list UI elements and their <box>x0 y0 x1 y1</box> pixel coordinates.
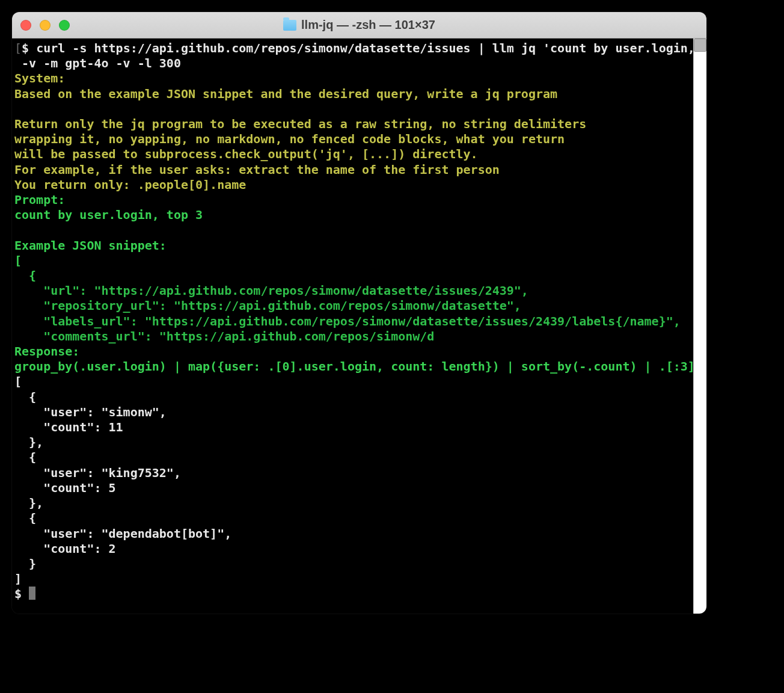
titlebar[interactable]: llm-jq — -zsh — 101×37 <box>12 12 706 38</box>
system-body-4: will be passed to subprocess.check_outpu… <box>14 147 478 161</box>
output-l9: }, <box>14 496 43 510</box>
terminal-window: llm-jq — -zsh — 101×37 [$ curl -s https:… <box>12 12 706 614</box>
scrollbar-thumb-icon[interactable] <box>694 38 706 52</box>
example-l1: [ <box>14 253 22 268</box>
system-label: System: <box>14 71 65 85</box>
final-prompt: $ <box>14 587 29 601</box>
traffic-lights <box>20 20 70 31</box>
output-l5: }, <box>14 435 43 449</box>
system-body-5: For example, if the user asks: extract t… <box>14 162 500 177</box>
output-l1: [ <box>14 374 22 389</box>
command-line-1: curl -s https://api.github.com/repos/sim… <box>29 41 693 55</box>
cursor-icon <box>29 587 35 600</box>
output-l8: "count": 5 <box>14 481 116 495</box>
window-title: llm-jq — -zsh — 101×37 <box>301 18 435 32</box>
title-wrap: llm-jq — -zsh — 101×37 <box>12 18 706 32</box>
prompt-body: count by user.login, top 3 <box>14 208 203 222</box>
system-body-1: Based on the example JSON snippet and th… <box>14 87 557 101</box>
output-l6: { <box>14 450 36 464</box>
command-line-2: -v -m gpt-4o -v -l 300 <box>14 56 181 70</box>
output-l4: "count": 11 <box>14 420 123 434</box>
prompt-label: Prompt: <box>14 192 65 207</box>
system-body-3: wrapping it, no yapping, no markdown, no… <box>14 132 565 146</box>
example-l2: { <box>14 268 36 283</box>
bracket-open: [ <box>14 41 22 55</box>
example-l3: "url": "https://api.github.com/repos/sim… <box>14 283 528 298</box>
example-l6: "comments_url": "https://api.github.com/… <box>14 329 434 343</box>
example-l4: "repository_url": "https://api.github.co… <box>14 298 521 313</box>
response-label: Response: <box>14 344 79 359</box>
output-l2: { <box>14 390 36 404</box>
folder-icon <box>283 20 296 31</box>
output-l3: "user": "simonw", <box>14 405 167 419</box>
output-l12: "count": 2 <box>14 541 116 556</box>
output-l10: { <box>14 511 36 525</box>
output-l13: } <box>14 556 36 571</box>
minimize-icon[interactable] <box>40 20 51 31</box>
example-l5: "labels_url": "https://api.github.com/re… <box>14 314 681 328</box>
output-l14: ] <box>14 571 22 586</box>
system-body-6: You return only: .people[0].name <box>14 177 246 192</box>
terminal-content[interactable]: [$ curl -s https://api.github.com/repos/… <box>12 38 693 614</box>
scrollbar-track[interactable] <box>693 38 706 614</box>
terminal-body: [$ curl -s https://api.github.com/repos/… <box>12 38 706 614</box>
output-l7: "user": "king7532", <box>14 466 181 480</box>
response-body: group_by(.user.login) | map({user: .[0].… <box>14 359 693 374</box>
system-body-2: Return only the jq program to be execute… <box>14 117 586 131</box>
example-label: Example JSON snippet: <box>14 238 167 253</box>
output-l11: "user": "dependabot[bot]", <box>14 526 231 541</box>
close-icon[interactable] <box>20 20 31 31</box>
prompt-symbol: $ <box>22 41 29 55</box>
zoom-icon[interactable] <box>59 20 70 31</box>
